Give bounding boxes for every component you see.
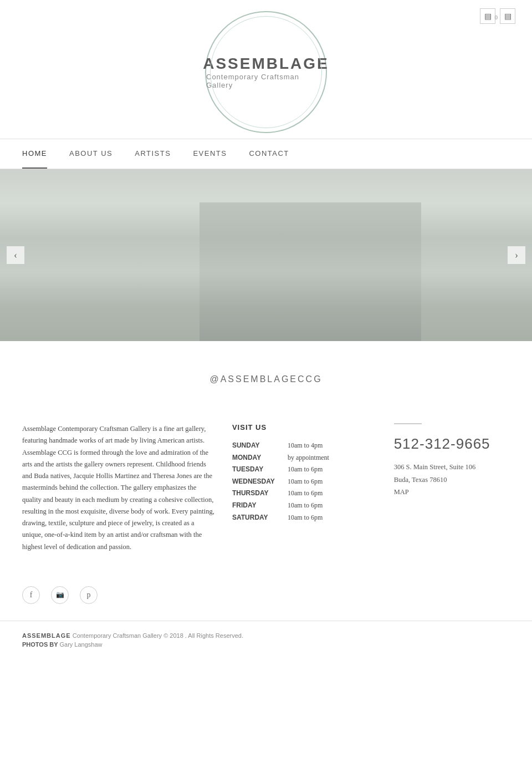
nav-about[interactable]: ABOUT US [69,139,112,169]
hours-day: SUNDAY [232,440,282,452]
hours-column: VISIT US SUNDAY10am to 4pmMONDAYby appoi… [232,423,377,553]
hours-time: 10am to 6pm [288,464,323,476]
nav-artists[interactable]: ARTISTS [135,139,171,169]
chevron-left-icon: ‹ [14,250,17,261]
map-link[interactable]: MAP [394,488,510,496]
visit-us-title: VISIT US [232,423,377,431]
hours-table: SUNDAY10am to 4pmMONDAYby appointmentTUE… [232,440,377,524]
divider [394,423,422,424]
footer-photos: PHOTOS BY Gary Langshaw [22,641,510,648]
hours-day: WEDNESDAY [232,476,282,488]
cart-icon[interactable]: ▤ [480,8,495,24]
facebook-icon[interactable]: f [22,586,40,604]
hours-time: 10am to 6pm [288,487,323,500]
bottom-footer: ASSEMBLAGE Contemporary Craftsman Galler… [0,621,532,659]
logo-title: ASSEMBLAGE [203,55,329,73]
logo: ASSEMBLAGE Contemporary Craftsman Galler… [205,11,327,133]
footer-brand-suffix: Contemporary Craftsman Gallery [71,632,162,639]
social-section: f 📷 p [0,575,532,621]
photographer-link[interactable]: Gary Langshaw [59,641,102,648]
address-line1: 306 S. Main Street, Suite 106 [394,461,510,474]
hours-time: 10am to 4pm [288,440,323,452]
hours-time: 10am to 6pm [288,512,323,524]
hours-row: SATURDAY10am to 6pm [232,512,377,524]
hours-row: SUNDAY10am to 4pm [232,440,377,452]
hero-building-detail [200,202,421,341]
logo-circle: ASSEMBLAGE Contemporary Craftsman Galler… [205,11,327,133]
main-nav: HOME ABOUT US ARTISTS EVENTS CONTACT [0,139,532,169]
hours-day: FRIDAY [232,500,282,512]
footer-copyright-text: © 2018 . All Rights Reserved. [162,632,243,639]
nav-home[interactable]: HOME [22,139,47,169]
instagram-handle[interactable]: @ASSEMBLAGECCG [209,374,322,384]
hours-time: by appointment [288,452,329,464]
logo-subtitle: Contemporary Craftsman Gallery [206,73,326,89]
hero-prev-button[interactable]: ‹ [7,246,24,264]
hours-day: MONDAY [232,452,282,464]
menu-icon[interactable]: ▤ [500,8,515,24]
contact-column: 512-312-9665 306 S. Main Street, Suite 1… [394,423,510,553]
address-line2: Buda, Texas 78610 [394,474,510,486]
hours-day: SATURDAY [232,512,282,524]
chevron-right-icon: › [515,250,518,261]
footer-copyright: ASSEMBLAGE Contemporary Craftsman Galler… [22,632,510,639]
header: 0 ▤ ▤ ASSEMBLAGE Contemporary Craftsman … [0,0,532,139]
phone-number: 512-312-9665 [394,435,510,453]
footer-brand: ASSEMBLAGE [22,632,71,639]
hours-day: TUESDAY [232,464,282,476]
instagram-section: @ASSEMBLAGECCG [0,341,532,407]
photos-label: PHOTOS BY [22,641,59,648]
nav-contact[interactable]: CONTACT [249,139,289,169]
hours-row: WEDNESDAY10am to 6pm [232,476,377,488]
hero-banner: ASSEMBLAGE ‹ › [0,169,532,341]
hero-next-button[interactable]: › [508,246,525,264]
pinterest-icon[interactable]: p [80,586,98,604]
nav-events[interactable]: EVENTS [193,139,227,169]
hours-row: FRIDAY10am to 6pm [232,500,377,512]
about-text: Assemblage Contemporary Craftsman Galler… [22,423,216,553]
instagram-icon[interactable]: 📷 [51,586,69,604]
hours-day: THURSDAY [232,487,282,500]
hours-row: THURSDAY10am to 6pm [232,487,377,500]
footer-content: Assemblage Contemporary Craftsman Galler… [0,407,532,575]
hours-time: 10am to 6pm [288,500,323,512]
hours-row: MONDAYby appointment [232,452,377,464]
about-column: Assemblage Contemporary Craftsman Galler… [22,423,216,553]
header-icons: 0 ▤ ▤ [480,8,515,24]
hours-time: 10am to 6pm [288,476,323,488]
hours-row: TUESDAY10am to 6pm [232,464,377,476]
cart-count: 0 [495,14,498,21]
